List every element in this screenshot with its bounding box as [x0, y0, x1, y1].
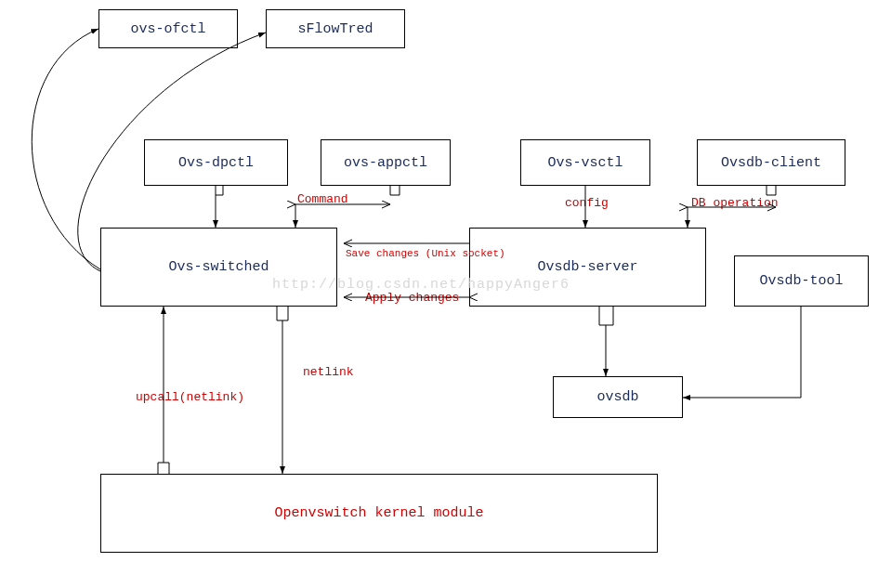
box-ovsdb-client: Ovsdb-client [697, 139, 845, 186]
edge-server-step [599, 307, 613, 325]
box-sflowtred: sFlowTred [266, 9, 405, 48]
edge-dpctl-step [216, 186, 223, 195]
box-ovs-vsctl: Ovs-vsctl [520, 139, 650, 186]
label-apply-changes: Apply changes [365, 291, 459, 305]
box-ovs-switched: Ovs-switched [100, 228, 337, 307]
box-label: ovs-ofctl [130, 21, 205, 37]
edge-appctl-step [390, 186, 400, 195]
box-label: Ovs-switched [168, 259, 269, 275]
label-config: config [565, 196, 609, 210]
box-ovsdb: ovsdb [553, 376, 683, 418]
edge-tool-to-ovsdb [683, 307, 801, 398]
box-label: Ovs-vsctl [547, 155, 622, 171]
box-label: ovs-appctl [344, 155, 427, 171]
label-save-changes: Save changes (Unix socket) [346, 248, 505, 259]
box-label: Ovs-dpctl [178, 155, 254, 171]
box-ovsdb-tool: Ovsdb-tool [734, 255, 869, 307]
box-label: Ovsdb-tool [759, 273, 843, 289]
box-label: Ovsdb-server [537, 259, 637, 275]
label-db-operation: DB operation [691, 196, 779, 210]
box-label: Openvswitch kernel module [274, 505, 483, 521]
edge-switched-to-ofctl [32, 29, 100, 269]
watermark-text: http://blog.csdn.net/happyAnger6 [272, 277, 570, 293]
box-ovs-appctl: ovs-appctl [321, 139, 451, 186]
label-netlink: netlink [303, 365, 354, 379]
box-ovs-dpctl: Ovs-dpctl [144, 139, 288, 186]
edge-client-step [767, 186, 776, 195]
box-ovs-ofctl: ovs-ofctl [98, 9, 238, 48]
box-label: sFlowTred [297, 21, 373, 37]
label-upcall: upcall(netlink) [136, 390, 244, 404]
box-label: Ovsdb-client [721, 155, 821, 171]
edge-netlink-step [277, 307, 288, 320]
box-ovsdb-server: Ovsdb-server [469, 228, 706, 307]
label-command: Command [297, 192, 348, 206]
box-kernel-module: Openvswitch kernel module [100, 474, 658, 553]
box-label: ovsdb [596, 389, 638, 405]
edge-upcall-step [158, 463, 169, 474]
